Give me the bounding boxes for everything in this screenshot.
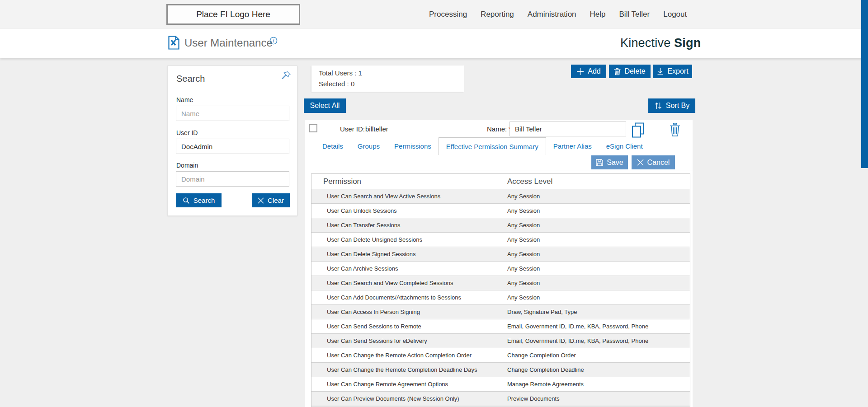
nav-item-bill-teller[interactable]: Bill Teller (619, 10, 650, 19)
fi-logo-placeholder: Place FI Logo Here (166, 4, 300, 25)
table-row: User Can Search and View Completed Sessi… (311, 276, 690, 290)
tab-effective-permission-summary[interactable]: Effective Permission Summary (439, 137, 546, 155)
total-users-count: Total Users : 1 (319, 69, 362, 77)
access-level-cell: Change Completion Order (507, 352, 576, 359)
tab-label: Partner Alias (553, 142, 592, 150)
nav-item-administration[interactable]: Administration (528, 10, 576, 19)
search-panel: Search Name User ID Domain Search Clear (167, 65, 297, 216)
tab-label: Details (322, 142, 343, 150)
delete-button[interactable]: Delete (609, 65, 651, 78)
table-row: User Can Add Documents/Attachments to Se… (311, 290, 690, 304)
nav-item-logout[interactable]: Logout (663, 10, 687, 19)
permission-cell: User Can Transfer Sessions (311, 222, 507, 229)
search-button[interactable]: Search (176, 193, 222, 207)
plus-icon (576, 68, 584, 75)
nav-item-reporting[interactable]: Reporting (481, 10, 514, 19)
permission-cell: User Can Search and View Completed Sessi… (311, 280, 507, 286)
page-header: User Maintenance i Kinective Sign (0, 29, 868, 58)
tab-partner-alias[interactable]: Partner Alias (546, 137, 599, 155)
user-counts-card: Total Users : 1 Selected : 0 (311, 65, 464, 92)
permission-cell: User Can Unlock Sessions (311, 207, 507, 214)
access-level-cell: Any Session (507, 280, 540, 286)
save-icon (596, 159, 603, 166)
access-level-cell: Email, Government ID, ID.me, KBA, Passwo… (507, 323, 648, 330)
delete-user-icon[interactable] (670, 122, 680, 139)
x-icon (637, 159, 644, 166)
vertical-scrollbar-thumb[interactable] (861, 0, 868, 168)
user-id-input[interactable] (176, 139, 289, 154)
page-title: User Maintenance (184, 37, 273, 49)
name-input[interactable] (176, 106, 289, 121)
trash-icon (614, 68, 621, 75)
access-level-cell: Any Session (507, 251, 540, 257)
permission-cell: User Can Access In Person Signing (311, 309, 507, 315)
domain-input[interactable] (176, 171, 289, 187)
permissions-table: Permission Access Level User Can Search … (311, 173, 690, 407)
tab-permissions[interactable]: Permissions (387, 137, 439, 155)
delete-button-label: Delete (624, 67, 645, 75)
sort-by-label: Sort By (666, 102, 689, 110)
brand-bold: Sign (674, 36, 701, 50)
kinective-sign-logo: Kinective Sign (620, 36, 701, 50)
permission-cell: User Can Delete Signed Sessions (311, 251, 507, 257)
export-button[interactable]: Export (653, 65, 692, 78)
access-level-cell: Any Session (507, 207, 540, 214)
table-header-row: Permission Access Level (311, 174, 690, 189)
nav-item-processing[interactable]: Processing (429, 10, 467, 19)
table-row: User Can Transfer Sessions Any Session (311, 218, 690, 232)
save-button-label: Save (607, 159, 623, 167)
user-id-row-label: User ID: (340, 125, 365, 133)
access-level-cell: Any Session (507, 236, 540, 243)
clear-button-label: Clear (268, 196, 284, 204)
table-row: User Can Preview Documents (New Session … (311, 391, 690, 406)
cancel-button[interactable]: Cancel (632, 155, 675, 169)
selected-count: Selected : 0 (319, 80, 354, 88)
info-icon[interactable]: i (269, 37, 278, 47)
fi-logo-text: Place FI Logo Here (196, 9, 270, 19)
select-all-button[interactable]: Select All (304, 98, 346, 113)
permission-column-header: Permission (311, 177, 507, 186)
download-icon (657, 68, 664, 75)
permission-cell: User Can Search and View Active Sessions (311, 193, 507, 200)
user-row-checkbox[interactable] (309, 124, 317, 132)
access-level-cell: Change Completion Deadline (507, 366, 584, 373)
table-row: User Can Delete Signed Sessions Any Sess… (311, 247, 690, 261)
permission-cell: User Can Preview Documents (New Session … (311, 395, 507, 402)
tab-esign-client[interactable]: eSign Client (599, 137, 650, 155)
user-actions-toolbar: Add Delete Export (571, 65, 692, 78)
access-level-cell: Manage Remote Agreements (507, 381, 584, 388)
tab-label: Effective Permission Summary (446, 143, 538, 150)
user-maintenance-doc-icon (168, 36, 179, 51)
tab-groups[interactable]: Groups (350, 137, 387, 155)
access-level-cell: Preview Documents (507, 395, 560, 402)
add-button-label: Add (588, 67, 600, 75)
save-button[interactable]: Save (591, 155, 628, 169)
table-row: User Can Access In Person Signing Draw, … (311, 304, 690, 319)
svg-text:i: i (273, 38, 274, 43)
brand-regular: Kinective (620, 36, 674, 50)
add-button[interactable]: Add (571, 65, 606, 78)
clear-button[interactable]: Clear (252, 193, 290, 207)
top-bar: Place FI Logo Here ProcessingReportingAd… (0, 0, 868, 29)
access-level-cell: Any Session (507, 265, 540, 272)
table-row: User Can Unlock Sessions Any Session (311, 203, 690, 218)
permission-cell: User Can Add Documents/Attachments to Se… (311, 294, 507, 301)
cancel-button-label: Cancel (647, 159, 670, 167)
sort-by-button[interactable]: Sort By (648, 98, 695, 113)
table-row: User Can Change the Remote Action Comple… (311, 348, 690, 362)
access-level-cell: Any Session (507, 294, 540, 301)
permission-cell: User Can Change Remote Agreement Options (311, 381, 507, 388)
table-row: User Can Delete Unsigned Sessions Any Se… (311, 232, 690, 247)
user-name-input[interactable] (509, 122, 626, 136)
table-row: User Can Archive Sessions Any Session (311, 261, 690, 276)
permission-cell: User Can Delete Unsigned Sessions (311, 236, 507, 243)
name-label: Name (176, 96, 193, 103)
nav-item-help[interactable]: Help (590, 10, 606, 19)
search-icon (183, 197, 190, 204)
search-button-label: Search (193, 196, 215, 204)
select-all-label: Select All (310, 102, 340, 110)
pin-icon[interactable] (281, 70, 292, 83)
tab-details[interactable]: Details (315, 137, 350, 155)
main-nav: ProcessingReportingAdministrationHelpBil… (429, 0, 687, 29)
user-id-label: User ID (176, 129, 198, 136)
